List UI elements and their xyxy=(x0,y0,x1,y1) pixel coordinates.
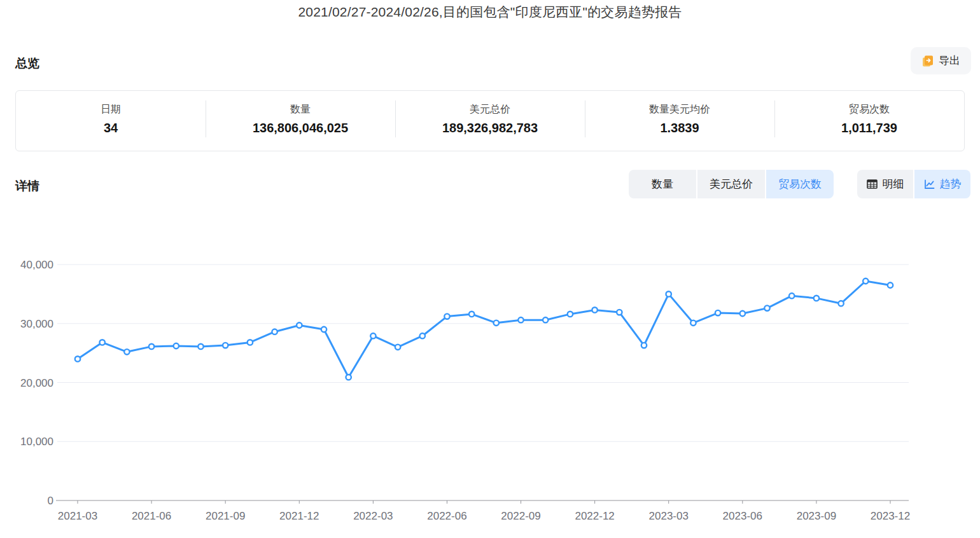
y-axis-tick-label: 10,000 xyxy=(20,436,53,448)
trend-chart-svg: 010,00020,00030,00040,0002021-032021-062… xyxy=(0,210,980,538)
data-point[interactable] xyxy=(100,340,105,345)
x-axis-tick-label: 2021-06 xyxy=(132,510,171,522)
data-point[interactable] xyxy=(863,279,868,284)
x-axis-tick-label: 2021-03 xyxy=(58,510,97,522)
data-point[interactable] xyxy=(469,312,474,317)
metric-tab-label: 美元总价 xyxy=(710,177,753,191)
view-tab-group: 明细趋势 xyxy=(857,170,970,198)
data-point[interactable] xyxy=(838,301,843,306)
data-point[interactable] xyxy=(444,314,449,319)
view-tab-label: 趋势 xyxy=(940,177,962,191)
export-button[interactable]: 导出 xyxy=(911,47,971,74)
x-axis-tick-label: 2022-12 xyxy=(575,510,614,522)
data-point[interactable] xyxy=(789,293,794,298)
data-point[interactable] xyxy=(395,345,400,350)
data-point[interactable] xyxy=(592,307,597,312)
data-point[interactable] xyxy=(297,322,302,328)
metric-tab-label: 数量 xyxy=(652,177,673,191)
metric-tab-label: 贸易次数 xyxy=(778,177,822,191)
stat-cell: 数量美元均价1.3839 xyxy=(585,91,774,151)
stat-label: 数量美元均价 xyxy=(585,103,774,116)
x-axis-tick-label: 2022-09 xyxy=(501,510,540,522)
data-point[interactable] xyxy=(420,333,425,338)
export-doc-icon xyxy=(921,55,934,67)
data-point[interactable] xyxy=(346,375,351,380)
stat-value: 1,011,739 xyxy=(774,121,964,135)
metric-tab-trade-count[interactable]: 贸易次数 xyxy=(766,170,834,198)
stat-cell: 美元总价189,326,982,783 xyxy=(395,91,585,151)
stat-value: 189,326,982,783 xyxy=(395,121,585,135)
metric-tab-usd-total[interactable]: 美元总价 xyxy=(697,170,765,198)
data-point[interactable] xyxy=(518,317,523,322)
stat-cell: 数量136,806,046,025 xyxy=(206,91,395,151)
stat-value: 34 xyxy=(16,121,206,135)
trend-line-icon xyxy=(924,179,935,190)
stat-label: 美元总价 xyxy=(395,103,585,116)
data-point[interactable] xyxy=(494,321,499,326)
data-point[interactable] xyxy=(764,305,769,310)
data-point[interactable] xyxy=(321,327,326,332)
y-axis-tick-label: 40,000 xyxy=(20,259,53,271)
trend-report-page: 2021/02/27-2024/02/26,目的国包含"印度尼西亚"的交易趋势报… xyxy=(0,0,980,538)
metric-tab-quantity[interactable]: 数量 xyxy=(629,170,696,198)
stat-label: 贸易次数 xyxy=(774,103,964,116)
data-point[interactable] xyxy=(174,343,179,348)
stat-value: 136,806,046,025 xyxy=(206,121,395,135)
data-point[interactable] xyxy=(740,311,745,316)
data-point[interactable] xyxy=(690,321,696,326)
page-title: 2021/02/27-2024/02/26,目的国包含"印度尼西亚"的交易趋势报… xyxy=(0,3,980,21)
x-axis-tick-label: 2023-09 xyxy=(797,510,836,522)
stat-value: 1.3839 xyxy=(585,121,774,135)
metric-tab-group: 数量美元总价贸易次数 xyxy=(629,170,834,198)
data-point[interactable] xyxy=(641,343,647,348)
data-point[interactable] xyxy=(666,291,671,296)
data-point[interactable] xyxy=(814,296,819,301)
data-point[interactable] xyxy=(198,344,203,349)
x-axis-tick-label: 2023-12 xyxy=(871,510,910,522)
x-axis-tick-label: 2021-12 xyxy=(279,510,319,522)
trend-series-line xyxy=(78,281,890,377)
table-icon xyxy=(867,179,878,189)
overview-section-title: 总览 xyxy=(15,55,39,72)
data-point[interactable] xyxy=(370,333,375,338)
data-point[interactable] xyxy=(888,282,893,287)
view-tab-label: 明细 xyxy=(883,177,904,191)
stat-cell: 贸易次数1,011,739 xyxy=(774,91,964,151)
stat-cell: 日期34 xyxy=(16,91,206,151)
x-axis-tick-label: 2022-03 xyxy=(353,510,393,522)
y-axis-tick-label: 0 xyxy=(48,495,53,507)
data-point[interactable] xyxy=(149,344,154,349)
y-axis-tick-label: 20,000 xyxy=(20,377,53,389)
overview-stats-card: 日期34数量136,806,046,025美元总价189,326,982,783… xyxy=(15,90,965,151)
data-point[interactable] xyxy=(75,356,80,361)
trend-line-chart[interactable]: 010,00020,00030,00040,0002021-032021-062… xyxy=(0,210,980,538)
export-button-label: 导出 xyxy=(939,53,960,68)
data-point[interactable] xyxy=(568,312,573,317)
x-axis-tick-label: 2023-06 xyxy=(723,510,762,522)
data-point[interactable] xyxy=(715,310,720,315)
data-point[interactable] xyxy=(124,349,129,354)
stat-label: 日期 xyxy=(16,103,206,116)
data-point[interactable] xyxy=(617,310,622,315)
data-point[interactable] xyxy=(248,340,253,345)
view-tab-trend[interactable]: 趋势 xyxy=(914,170,970,198)
x-axis-tick-label: 2022-06 xyxy=(427,510,466,522)
details-section-title: 详情 xyxy=(15,178,39,195)
view-tab-detail[interactable]: 明细 xyxy=(857,170,913,198)
stat-label: 数量 xyxy=(206,103,395,116)
y-axis-tick-label: 30,000 xyxy=(20,318,53,330)
x-axis-tick-label: 2021-09 xyxy=(206,510,245,522)
x-axis-tick-label: 2023-03 xyxy=(649,510,689,522)
data-point[interactable] xyxy=(543,317,548,322)
data-point[interactable] xyxy=(272,329,277,335)
data-point[interactable] xyxy=(223,343,228,348)
